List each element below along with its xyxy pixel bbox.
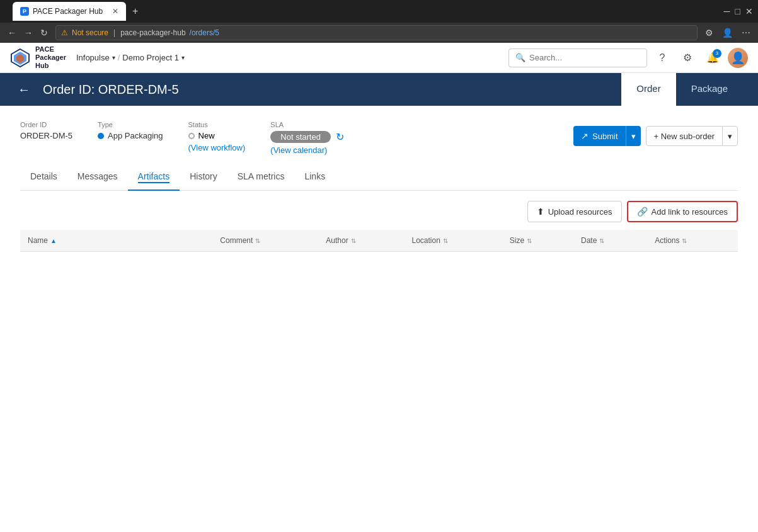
new-tab-button[interactable]: + xyxy=(129,6,142,17)
logo-text: PACE Packager Hub xyxy=(35,45,66,71)
browser-address-bar: ← → ↻ ⚠ Not secure | pace-packager-hub /… xyxy=(0,23,758,43)
back-button[interactable]: ← xyxy=(15,80,33,99)
user-avatar[interactable]: 👤 xyxy=(728,48,748,68)
type-label: Type xyxy=(98,121,163,128)
name-sort-icon: ▲ xyxy=(50,237,57,244)
new-suborder-dropdown-button[interactable]: ▾ xyxy=(722,127,737,145)
logo-icon xyxy=(10,48,30,68)
help-button[interactable]: ? xyxy=(652,48,672,68)
type-value: App Packaging xyxy=(98,131,163,140)
actions-sort-icon: ⇅ xyxy=(682,237,687,244)
submit-icon: ↗ xyxy=(581,131,589,141)
notifications-button[interactable]: 🔔 3 xyxy=(703,48,723,68)
browser-active-tab[interactable]: P PACE Packager Hub ✕ xyxy=(13,2,126,21)
add-link-to-resources-button[interactable]: 🔗 Add link to resources xyxy=(627,201,738,222)
close-window-button[interactable]: ✕ xyxy=(745,6,753,16)
order-actions: ↗ Submit ▾ + New sub-order ▾ xyxy=(573,126,738,146)
minimize-button[interactable]: ─ xyxy=(724,6,730,16)
address-path: /orders/5 xyxy=(190,28,219,37)
search-box[interactable]: 🔍 xyxy=(508,48,647,67)
browser-forward-button[interactable]: → xyxy=(21,26,35,39)
app-header: PACE Packager Hub Infopulse ▾ / Demo Pro… xyxy=(0,43,758,73)
status-col: Status New (View workflow) xyxy=(188,121,246,152)
tab-history[interactable]: History xyxy=(180,165,227,191)
page-title-bar: ← Order ID: ORDER-DM-5 Order Package xyxy=(0,73,758,106)
address-input[interactable]: ⚠ Not secure | pace-packager-hub /orders… xyxy=(55,25,698,40)
column-header-location[interactable]: Location ⇅ xyxy=(404,230,502,252)
comment-sort-icon: ⇅ xyxy=(255,237,260,244)
artifacts-table: Name ▲ Comment ⇅ Author ⇅ xyxy=(20,230,738,252)
breadcrumb: Infopulse ▾ / Demo Project 1 ▾ xyxy=(76,53,185,62)
browser-profile-icon[interactable]: 👤 xyxy=(720,26,735,39)
address-warning-text: Not secure xyxy=(72,28,108,37)
tab-artifacts[interactable]: Artifacts xyxy=(128,165,180,191)
browser-menu-button[interactable]: ⋯ xyxy=(739,26,753,39)
date-sort-icon: ⇅ xyxy=(599,237,604,244)
sla-status-row: Not started ↻ xyxy=(270,131,344,143)
column-header-name[interactable]: Name ▲ xyxy=(20,230,212,252)
maximize-button[interactable]: □ xyxy=(735,6,740,16)
main-content: Order ID ORDER-DM-5 Type App Packaging S… xyxy=(0,106,758,252)
tab-details[interactable]: Details xyxy=(20,165,67,191)
settings-button[interactable]: ⚙ xyxy=(677,48,698,68)
tab-close-button[interactable]: ✕ xyxy=(112,7,118,16)
table-header: Name ▲ Comment ⇅ Author ⇅ xyxy=(20,230,738,252)
upload-icon: ⬆ xyxy=(537,207,544,217)
content-tabs: Details Messages Artifacts History SLA m… xyxy=(20,165,738,191)
upload-resources-button[interactable]: ⬆ Upload resources xyxy=(527,201,622,222)
tab-sla-metrics[interactable]: SLA metrics xyxy=(227,165,295,191)
submit-dropdown-button[interactable]: ▾ xyxy=(626,126,641,146)
browser-reload-button[interactable]: ↻ xyxy=(38,26,50,39)
status-value: New xyxy=(188,131,246,140)
order-info-row: Order ID ORDER-DM-5 Type App Packaging S… xyxy=(20,121,738,155)
view-workflow-link[interactable]: (View workflow) xyxy=(188,143,246,152)
size-sort-icon: ⇅ xyxy=(527,237,532,244)
tab-links[interactable]: Links xyxy=(294,165,335,191)
column-header-author[interactable]: Author ⇅ xyxy=(318,230,404,252)
order-id-label: Order ID xyxy=(20,121,72,128)
sla-status-badge: Not started xyxy=(270,131,331,143)
page-tabs: Order Package xyxy=(621,73,743,106)
status-empty-dot xyxy=(188,133,195,139)
browser-chrome: P PACE Packager Hub ✕ + ─ □ ✕ ← → ↻ ⚠ No… xyxy=(0,0,758,43)
order-id-col: Order ID ORDER-DM-5 xyxy=(20,121,72,140)
tab-messages[interactable]: Messages xyxy=(67,165,128,191)
page-tab-order[interactable]: Order xyxy=(621,73,675,106)
breadcrumb-org[interactable]: Infopulse ▾ xyxy=(76,53,115,62)
author-sort-icon: ⇅ xyxy=(351,237,356,244)
type-dot-icon xyxy=(98,133,104,139)
sla-refresh-button[interactable]: ↻ xyxy=(336,131,344,143)
security-warning-icon: ⚠ xyxy=(61,28,68,37)
tab-favicon: P xyxy=(20,7,29,16)
browser-tabs-bar: P PACE Packager Hub ✕ + ─ □ ✕ xyxy=(0,0,758,23)
new-suborder-button[interactable]: + New sub-order ▾ xyxy=(646,126,738,146)
breadcrumb-project[interactable]: Demo Project 1 ▾ xyxy=(122,53,185,62)
view-calendar-link[interactable]: (View calendar) xyxy=(270,145,344,155)
search-input[interactable] xyxy=(529,53,640,62)
status-label: Status xyxy=(188,121,246,128)
search-icon: 🔍 xyxy=(515,53,525,62)
address-separator: | xyxy=(113,28,115,37)
sla-label: SLA xyxy=(270,121,344,128)
artifacts-toolbar: ⬆ Upload resources 🔗 Add link to resourc… xyxy=(20,191,738,230)
notifications-badge: 3 xyxy=(713,49,721,58)
link-icon: 🔗 xyxy=(637,207,648,217)
address-url: pace-packager-hub xyxy=(120,28,185,37)
tab-title: PACE Packager Hub xyxy=(33,7,103,16)
breadcrumb-separator: / xyxy=(118,53,120,62)
page-title: Order ID: ORDER-DM-5 xyxy=(43,82,611,97)
order-id-value: ORDER-DM-5 xyxy=(20,131,72,140)
column-header-comment[interactable]: Comment ⇅ xyxy=(212,230,318,252)
location-sort-icon: ⇅ xyxy=(443,237,448,244)
sla-col: SLA Not started ↻ (View calendar) xyxy=(270,121,344,155)
app-logo: PACE Packager Hub xyxy=(10,45,66,71)
column-header-size[interactable]: Size ⇅ xyxy=(502,230,573,252)
browser-settings-icon[interactable]: ⚙ xyxy=(703,26,716,39)
browser-back-button[interactable]: ← xyxy=(5,26,19,39)
submit-button[interactable]: ↗ Submit ▾ xyxy=(573,126,640,146)
page-tab-package[interactable]: Package xyxy=(676,73,743,106)
column-header-actions[interactable]: Actions ⇅ xyxy=(647,230,738,252)
type-col: Type App Packaging xyxy=(98,121,163,140)
column-header-date[interactable]: Date ⇅ xyxy=(573,230,647,252)
